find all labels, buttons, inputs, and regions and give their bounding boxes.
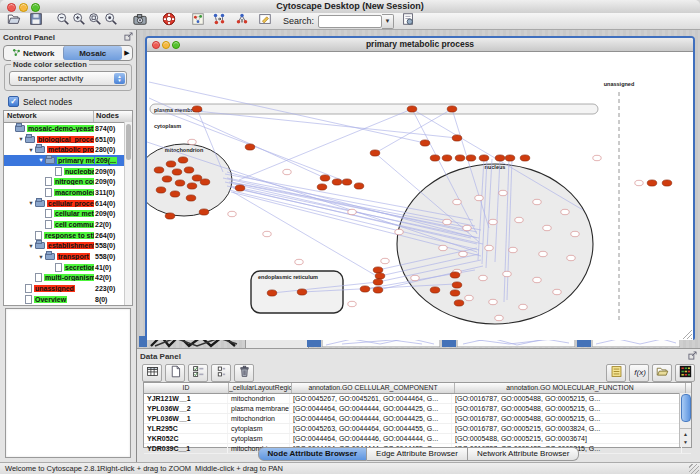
network-node-selected[interactable] xyxy=(442,155,452,161)
annotation-button[interactable] xyxy=(257,14,273,29)
network-node-selected[interactable] xyxy=(354,183,364,189)
network-node[interactable] xyxy=(485,245,493,250)
network-node-selected[interactable] xyxy=(200,179,210,185)
network-node[interactable] xyxy=(453,199,461,204)
select-nodes-checkbox[interactable]: ✓ xyxy=(8,96,19,107)
network-node[interactable] xyxy=(533,199,541,204)
network-node[interactable] xyxy=(395,229,403,234)
tree-item-response-to-stimulu[interactable]: response to stimulu264(0) xyxy=(4,230,132,241)
network-node-selected[interactable] xyxy=(450,290,460,296)
network-node-selected[interactable] xyxy=(186,195,196,201)
unselect-attributes-button[interactable] xyxy=(211,364,231,382)
network-node[interactable] xyxy=(543,225,551,230)
network-node[interactable] xyxy=(503,271,511,276)
network-node-selected[interactable] xyxy=(466,155,476,161)
node-color-dropdown[interactable]: transporter activity ▲▼ xyxy=(9,71,127,86)
search-dropdown-button[interactable]: ▼ xyxy=(382,14,394,29)
zoom-fit-button[interactable] xyxy=(87,14,103,29)
network-node[interactable] xyxy=(381,258,389,263)
region-plasma-membrane[interactable] xyxy=(150,104,598,114)
table-column-header[interactable]: ID xyxy=(144,383,229,393)
network-node-selected[interactable] xyxy=(505,155,515,161)
tree-item-nucleobase-[interactable]: nucleobase-209(0) xyxy=(4,166,132,177)
tree-item-cellular-metabo[interactable]: cellular metabo209(0) xyxy=(4,209,132,220)
network-node-selected[interactable] xyxy=(154,167,164,173)
network-node[interactable] xyxy=(489,299,497,304)
network-node[interactable] xyxy=(553,289,561,294)
network-node-selected[interactable] xyxy=(172,169,182,175)
network-node[interactable] xyxy=(567,255,575,260)
network-node-selected[interactable] xyxy=(520,155,530,161)
network-node[interactable] xyxy=(439,245,447,250)
network-node[interactable] xyxy=(465,295,473,300)
network-node[interactable] xyxy=(443,219,451,224)
network-node[interactable] xyxy=(475,195,483,200)
float-panel-button[interactable] xyxy=(124,32,133,43)
network-node-selected[interactable] xyxy=(170,191,180,197)
network-node[interactable] xyxy=(561,209,569,214)
network-node[interactable] xyxy=(228,211,236,216)
network-node-selected[interactable] xyxy=(187,183,197,189)
network-node-selected[interactable] xyxy=(199,209,209,215)
network-node[interactable] xyxy=(463,225,471,230)
delete-attribute-button[interactable] xyxy=(234,364,254,382)
tab-network[interactable]: Network xyxy=(4,46,63,60)
network-node-selected[interactable] xyxy=(178,157,188,163)
select-attributes-button[interactable] xyxy=(188,364,208,382)
tree-item-mosaic-demo-yeast[interactable]: mosaic-demo-yeast874(0) xyxy=(4,123,132,134)
network-node[interactable] xyxy=(348,301,356,306)
open-button[interactable] xyxy=(6,14,22,29)
expand-triangle-icon[interactable]: ▼ xyxy=(27,147,35,153)
network-node[interactable] xyxy=(295,259,303,264)
help-lifesaver-button[interactable] xyxy=(161,14,177,29)
network-node-selected[interactable] xyxy=(452,135,462,141)
expand-triangle-icon[interactable]: ▼ xyxy=(27,243,35,249)
table-scrollbar-arrows[interactable]: ▲▼ xyxy=(680,428,691,447)
network-node[interactable] xyxy=(188,139,196,144)
network-node-selected[interactable] xyxy=(192,175,202,181)
tree-item-biological-process[interactable]: ▼biological_process651(0) xyxy=(4,134,132,145)
tree-item-macromolecule[interactable]: macromolecule311(0) xyxy=(4,187,132,198)
network-node-selected[interactable] xyxy=(375,273,385,279)
network-node-selected[interactable] xyxy=(455,155,465,161)
network-manager-button[interactable] xyxy=(190,14,206,29)
expand-triangle-icon[interactable]: ▼ xyxy=(37,157,45,163)
table-row[interactable]: YPL036W__1mitochondrion[GO:0044464, GO:0… xyxy=(144,414,691,424)
network-node-selected[interactable] xyxy=(184,167,194,173)
network-node-selected[interactable] xyxy=(447,106,457,112)
tree-item-metabolic-process[interactable]: ▼metabolic process280(0) xyxy=(4,144,132,155)
network-node[interactable] xyxy=(509,247,517,252)
import-table-button[interactable] xyxy=(652,364,672,382)
tree-item-primary-metabo[interactable]: ▼primary metabo209(... xyxy=(4,155,132,166)
table-row[interactable]: YLR295Ccytoplasm[GO:0045263, GO:0044464,… xyxy=(144,424,691,434)
network-node-selected[interactable] xyxy=(235,185,245,191)
network-node-selected[interactable] xyxy=(245,144,255,150)
network-node-selected[interactable] xyxy=(454,300,464,306)
network-node[interactable] xyxy=(593,155,601,160)
network-node-selected[interactable] xyxy=(332,179,342,185)
tree-item-secretion[interactable]: secretion41(0) xyxy=(4,262,132,273)
tree-item-nitrogen-compo[interactable]: nitrogen compo209(0) xyxy=(4,176,132,187)
label-settings-button[interactable] xyxy=(606,364,626,382)
window-resize-grip[interactable] xyxy=(689,464,699,474)
network-node-selected[interactable] xyxy=(162,176,172,182)
tree-item-establishment-of-lo[interactable]: ▼establishment of lo558(0) xyxy=(4,241,132,252)
network-node[interactable] xyxy=(348,209,356,214)
network-window-titlebar[interactable]: primary metabolic process xyxy=(147,38,693,52)
resize-grip[interactable] xyxy=(683,330,692,339)
formula-builder-button[interactable]: f(x) xyxy=(629,364,649,382)
network-node-selected[interactable] xyxy=(370,150,380,156)
network-node[interactable] xyxy=(499,190,507,195)
new-attribute-button[interactable] xyxy=(165,364,185,382)
network-node-selected[interactable] xyxy=(165,213,175,219)
table-row[interactable]: YPL036W__2plasma membrane[GO:0044464, GO… xyxy=(144,404,691,414)
tab-node-attribute-browser[interactable]: Node Attribute Browser xyxy=(258,447,368,461)
snapshot-button[interactable] xyxy=(132,14,148,29)
network-node-selected[interactable] xyxy=(166,161,176,167)
expand-triangle-icon[interactable]: ▼ xyxy=(27,200,35,206)
network-node-selected[interactable] xyxy=(297,289,307,295)
network-node[interactable] xyxy=(519,304,527,309)
expand-triangle-icon[interactable]: ▼ xyxy=(17,136,25,142)
network-node[interactable] xyxy=(533,277,541,282)
table-row[interactable]: YKR052Ccytoplasm[GO:0044464, GO:0044446,… xyxy=(144,434,691,444)
